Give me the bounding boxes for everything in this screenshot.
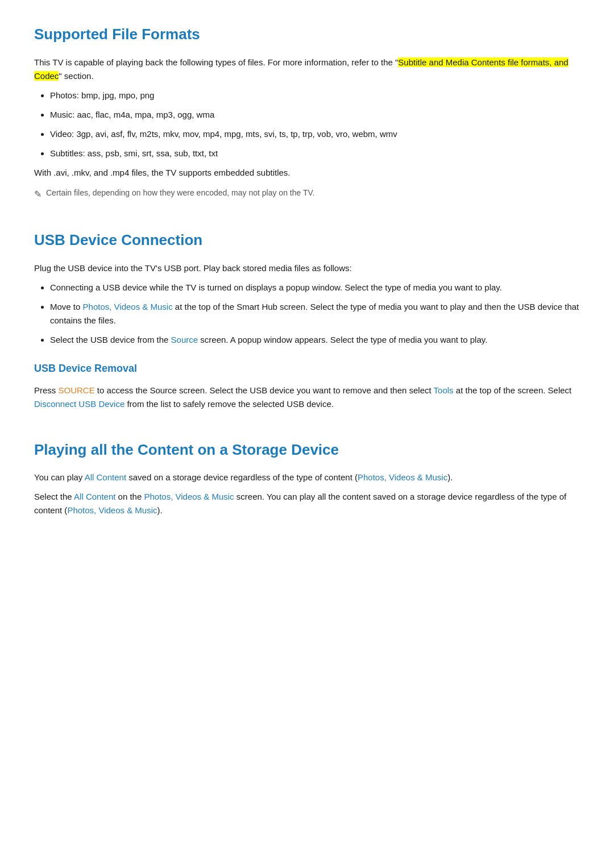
list-item: Music: aac, flac, m4a, mpa, mp3, ogg, wm… — [50, 108, 580, 122]
photos-videos-music-link-2[interactable]: Photos, Videos & Music — [358, 472, 447, 482]
note-text: Certain files, depending on how they wer… — [46, 186, 314, 199]
usb-item3-before: Select the USB device from the — [50, 335, 171, 344]
list-item: Video: 3gp, avi, asf, flv, m2ts, mkv, mo… — [50, 127, 580, 141]
section-playing-all-content: Playing all the Content on a Storage Dev… — [34, 438, 580, 518]
list-item-usb-3: Select the USB device from the Source sc… — [50, 333, 580, 347]
subsection-title-usb-removal: USB Device Removal — [34, 360, 580, 377]
usb-removal-before: Press — [34, 385, 59, 395]
usb-removal-end: from the list to safely remove the selec… — [125, 399, 334, 409]
source-link-1[interactable]: Source — [171, 335, 198, 344]
photos-videos-music-link-4[interactable]: Photos, Videos & Music — [67, 505, 157, 515]
playing-para1-before: You can play — [34, 472, 85, 482]
section1-note: ✎ Certain files, depending on how they w… — [34, 186, 580, 202]
playing-para2-middle1: on the — [115, 492, 144, 501]
playing-para1-end: ). — [447, 472, 453, 482]
section2-list: Connecting a USB device while the TV is … — [50, 281, 580, 347]
list-item-usb-2: Move to Photos, Videos & Music at the to… — [50, 300, 580, 327]
list-item-usb-1: Connecting a USB device while the TV is … — [50, 281, 580, 294]
photos-videos-music-link-1[interactable]: Photos, Videos & Music — [83, 302, 173, 312]
list-item: Subtitles: ass, psb, smi, srt, ssa, sub,… — [50, 147, 580, 160]
usb-removal-middle1: to access the Source screen. Select the … — [95, 385, 434, 395]
list-item: Photos: bmp, jpg, mpo, png — [50, 89, 580, 102]
section1-embedded-subtitles: With .avi, .mkv, and .mp4 files, the TV … — [34, 166, 580, 180]
playing-para2: Select the All Content on the Photos, Vi… — [34, 490, 580, 517]
usb-removal-text: Press SOURCE to access the Source screen… — [34, 384, 580, 411]
section-usb-device-connection: USB Device Connection Plug the USB devic… — [34, 229, 580, 410]
section1-intro-suffix: " section. — [59, 71, 93, 81]
usb-removal-subsection: USB Device Removal Press SOURCE to acces… — [34, 360, 580, 411]
disconnect-usb-link[interactable]: Disconnect USB Device — [34, 399, 125, 409]
usb-item3-after: screen. A popup window appears. Select t… — [198, 335, 487, 344]
playing-para1-middle: saved on a storage device regardless of … — [126, 472, 358, 482]
playing-para1: You can play All Content saved on a stor… — [34, 471, 580, 484]
section1-list: Photos: bmp, jpg, mpo, png Music: aac, f… — [50, 89, 580, 160]
source-link-orange[interactable]: SOURCE — [59, 385, 95, 395]
usb-removal-middle2: at the top of the screen. Select — [454, 385, 572, 395]
section2-intro: Plug the USB device into the TV's USB po… — [34, 261, 580, 275]
section-title-playing-all-content: Playing all the Content on a Storage Dev… — [34, 438, 580, 462]
section-title-supported-file-formats: Supported File Formats — [34, 23, 580, 47]
tools-link[interactable]: Tools — [434, 385, 454, 395]
section1-intro-text: This TV is capable of playing back the f… — [34, 57, 395, 67]
all-content-link-2[interactable]: All Content — [74, 492, 115, 501]
usb-item2-before: Move to — [50, 302, 83, 312]
section1-intro: This TV is capable of playing back the f… — [34, 56, 580, 83]
section-title-usb-device-connection: USB Device Connection — [34, 229, 580, 252]
all-content-link-1[interactable]: All Content — [85, 472, 126, 482]
playing-para2-end: ). — [157, 505, 163, 515]
photos-videos-music-link-3[interactable]: Photos, Videos & Music — [144, 492, 234, 501]
section-supported-file-formats: Supported File Formats This TV is capabl… — [34, 23, 580, 201]
note-icon: ✎ — [34, 187, 42, 202]
usb-item1-text: Connecting a USB device while the TV is … — [50, 283, 502, 292]
playing-para2-before: Select the — [34, 492, 74, 501]
